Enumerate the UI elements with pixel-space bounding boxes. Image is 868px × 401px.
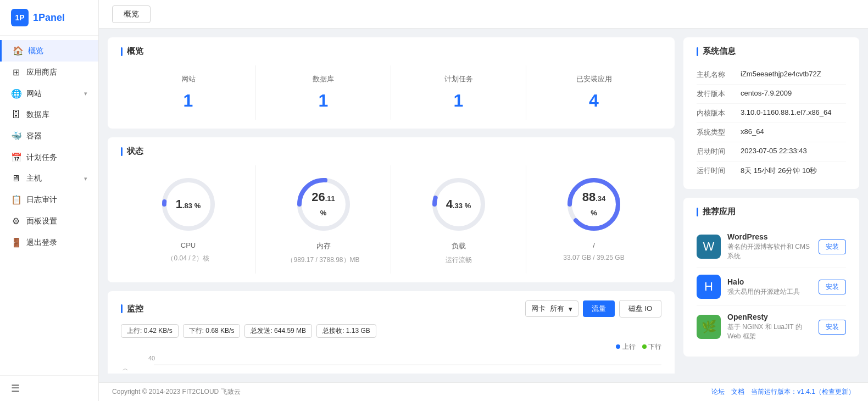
sidebar-item-database[interactable]: 🗄 数据库 (0, 104, 98, 125)
sidebar-label-auditlog: 日志审计 (26, 195, 57, 205)
overview-card: 概览 网站 1 数据库 1 计划任务 1 已安装应用 4 (108, 37, 675, 129)
system-info-card: 系统信息 主机名称 iZm5eeaethjp2e4cvtb72Z 发行版本 ce… (683, 37, 859, 189)
down-legend-dot (642, 344, 647, 349)
disk-io-btn[interactable]: 磁盘 IO (619, 300, 661, 318)
footer-link[interactable]: 当前运行版本：v1.4.1（检查更新） (751, 387, 855, 397)
app-name-wordpress: WordPress (727, 232, 812, 241)
crontask-icon: 📅 (11, 152, 21, 163)
stat-value: 1 (265, 91, 382, 111)
stat-value: 1 (400, 91, 517, 111)
stat-item: 数据库 1 (256, 65, 391, 120)
app-info-openresty: OpenResty 基于 NGINX 和 LuaJIT 的 Web 框架 (727, 313, 812, 341)
info-value: 2023-07-05 22:33:43 (741, 147, 846, 157)
nic-select[interactable]: 网卡 所有 ▾ (525, 300, 578, 317)
stat-value: 1 (130, 91, 247, 111)
sidebar-item-container[interactable]: 🐳 容器 (0, 125, 98, 147)
monitor-legend: 上行 下行 (616, 342, 661, 352)
sidebar-footer: ☰ (0, 375, 98, 401)
traffic-btn[interactable]: 流量 (583, 300, 615, 317)
info-row: 内核版本 3.10.0-1160.88.1.el7.x86_64 (697, 104, 846, 123)
app-desc-wordpress: 著名的开源博客软件和 CMS 系统 (727, 242, 812, 261)
app-icon-openresty: 🌿 (697, 315, 721, 339)
sidebar-item-auditlog[interactable]: 📋 日志审计 (0, 189, 98, 210)
info-label: 系统类型 (697, 127, 741, 137)
sidebar-label-container: 容器 (26, 131, 42, 141)
gauge-value-load: 4.33 % (446, 197, 471, 211)
info-value: iZm5eeaethjp2e4cvtb72Z (741, 70, 846, 80)
collapse-icon[interactable]: ☰ (11, 383, 20, 394)
legend-up: 上行 (622, 343, 636, 350)
stat-item: 网站 1 (121, 65, 256, 120)
sidebar-item-settings[interactable]: ⚙ 面板设置 (0, 210, 98, 232)
footer-link[interactable]: 文档 (731, 387, 744, 397)
main: 概览 概览 网站 1 数据库 1 计划任务 1 已安装应用 4 状态 (99, 0, 868, 401)
monitor-controls: 网卡 所有 ▾ 流量 磁盘 IO (525, 300, 661, 318)
nic-chevron-icon: ▾ (569, 305, 572, 313)
info-value: 8天 15小时 26分钟 10秒 (741, 166, 846, 176)
sidebar-item-website[interactable]: 🌐 网站 ▾ (0, 83, 98, 104)
info-row: 主机名称 iZm5eeaethjp2e4cvtb72Z (697, 65, 846, 85)
nic-select-value: 所有 (550, 304, 564, 314)
footer-link[interactable]: 论坛 (711, 387, 725, 397)
sidebar-item-appstore[interactable]: ⊞ 应用商店 (0, 62, 98, 83)
up-legend-dot (616, 344, 620, 349)
install-btn-openresty[interactable]: 安装 (819, 320, 846, 335)
sidebar-label-overview: 概览 (28, 46, 43, 56)
info-row: 发行版本 centos-7.9.2009 (697, 85, 846, 104)
main-body: 概览 网站 1 数据库 1 计划任务 1 已安装应用 4 状态 1.83 % (99, 29, 868, 382)
recommended-apps-title: 推荐应用 (697, 207, 846, 217)
app-item-halo: H Halo 强大易用的开源建站工具 安装 (697, 268, 846, 306)
app-desc-openresty: 基于 NGINX 和 LuaJIT 的 Web 框架 (727, 322, 812, 341)
gauge-circle-disk: 88.34 % (564, 174, 624, 235)
sidebar-label-database: 数据库 (26, 110, 49, 120)
stat-value: 4 (535, 91, 653, 111)
stats-row: 网站 1 数据库 1 计划任务 1 已安装应用 4 (121, 65, 661, 120)
sidebar-label-crontask: 计划任务 (26, 153, 57, 163)
logo: 1P 1Panel (0, 0, 98, 36)
gauge-name-cpu: CPU (181, 241, 196, 249)
logout-icon: 🚪 (11, 237, 21, 248)
sidebar-label-logout: 退出登录 (26, 238, 57, 248)
monitor-badge: 下行: 0.68 KB/s (183, 324, 241, 338)
host-icon: 🖥 (11, 174, 21, 183)
gauge-name-disk: / (593, 241, 595, 249)
info-label: 主机名称 (697, 70, 741, 80)
logo-text: 1Panel (33, 12, 65, 24)
website-icon: 🌐 (11, 88, 21, 99)
monitor-card: 监控 网卡 所有 ▾ 流量 磁盘 IO 上行: 0.42 KB/s下行: 0.6… (108, 291, 675, 374)
gauge-detail-memory: （989.17 / 3788.98）MB (287, 255, 359, 265)
sidebar-label-settings: 面板设置 (26, 216, 57, 226)
overview-card-title: 概览 (121, 46, 661, 57)
gauge-cpu: 1.83 % CPU （0.04 / 2）核 (121, 165, 256, 274)
sidebar-item-logout[interactable]: 🚪 退出登录 (0, 232, 98, 253)
footer-copyright: Copyright © 2014-2023 FIT2CLOUD 飞致云 (112, 387, 241, 397)
app-icon-wordpress: W (697, 235, 721, 259)
info-row: 运行时间 8天 15小时 26分钟 10秒 (697, 161, 846, 180)
sidebar-item-crontask[interactable]: 📅 计划任务 (0, 147, 98, 168)
install-btn-wordpress[interactable]: 安装 (819, 240, 846, 254)
monitor-title: 监控 (121, 304, 143, 314)
install-btn-halo[interactable]: 安装 (819, 280, 846, 294)
database-icon: 🗄 (11, 110, 21, 120)
right-panel: 系统信息 主机名称 iZm5eeaethjp2e4cvtb72Z 发行版本 ce… (683, 37, 859, 374)
sidebar-label-website: 网站 (26, 89, 42, 99)
gauge-load: 4.33 % 负载 运行流畅 (391, 165, 526, 274)
legend-down: 下行 (648, 343, 661, 350)
nic-select-label: 网卡 (531, 304, 546, 314)
sidebar-item-overview[interactable]: 🏠 概览 (0, 40, 98, 62)
monitor-badge: 总发送: 644.59 MB (244, 324, 312, 338)
app-list: W WordPress 著名的开源博客软件和 CMS 系统 安装 H Halo … (697, 226, 846, 348)
auditlog-icon: 📋 (11, 194, 21, 205)
monitor-badge: 上行: 0.42 KB/s (121, 324, 179, 338)
settings-icon: ⚙ (11, 216, 21, 226)
app-info-wordpress: WordPress 著名的开源博客软件和 CMS 系统 (727, 232, 812, 261)
stat-label: 已安装应用 (535, 74, 653, 84)
stat-item: 已安装应用 4 (526, 65, 661, 120)
monitor-stats: 上行: 0.42 KB/s下行: 0.68 KB/s总发送: 644.59 MB… (121, 324, 661, 338)
gauge-memory: 26.11 % 内存 （989.17 / 3788.98）MB (256, 165, 391, 274)
status-card: 状态 1.83 % CPU （0.04 / 2）核 26.11 % (108, 137, 675, 282)
container-icon: 🐳 (11, 131, 21, 141)
monitor-badge: 总接收: 1.13 GB (316, 324, 376, 338)
sidebar-nav: 🏠 概览 ⊞ 应用商店 🌐 网站 ▾ 🗄 数据库 🐳 容器 📅 计划任务 🖥 主… (0, 36, 98, 375)
sidebar-item-host[interactable]: 🖥 主机 ▾ (0, 168, 98, 189)
